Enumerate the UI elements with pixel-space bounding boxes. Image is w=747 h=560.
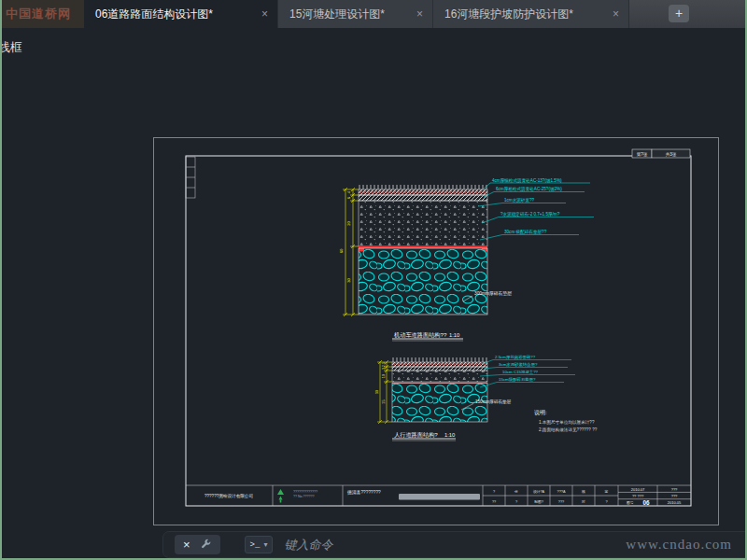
tab-label: 16河塘段护坡防护设计图* [444, 7, 573, 22]
svg-text:2.路面结构做法详见?????? ??: 2.路面结构做法详见?????? ?? [539, 427, 598, 433]
tab-label: 15河塘处理设计图* [289, 7, 385, 22]
svg-text:10cm C15混凝土??: 10cm C15混凝土?? [502, 370, 539, 374]
svg-text:?: ? [493, 490, 495, 494]
svg-text:???: ??? [671, 494, 678, 498]
tab-drawing-16[interactable]: 16河塘段护坡防护设计图* × [433, 0, 629, 28]
svg-text:?? ???: ?? ??? [632, 494, 644, 498]
svg-text:设计?A: 设计?A [533, 489, 545, 494]
svg-text:4cm厚细粒式沥青砼AC-13?(坡1.5%): 4cm厚细粒式沥青砼AC-13?(坡1.5%) [492, 177, 562, 184]
layer-labels-main: 4cm厚细粒式沥青砼AC-13?(坡1.5%) 6cm厚粗粒式沥青砼AC-25?… [492, 177, 562, 236]
cad-drawing-sheet: 第?张 共3张 [153, 137, 719, 525]
svg-text:??: ?? [492, 500, 496, 504]
project-name: 德清县???????? [346, 490, 381, 496]
prompt-glyph: >_ [250, 540, 261, 550]
tab-close-icon[interactable]: × [261, 7, 268, 21]
chevron-down-icon: ▾ [263, 540, 267, 549]
svg-text:?水泥稳定碎石-2 0.7+1.5厚/m?: ?水泥稳定碎石-2 0.7+1.5厚/m? [500, 211, 560, 217]
svg-text:15cm级配碎石垫层?: 15cm级配碎石垫层? [499, 377, 536, 382]
detail-sidewalk-title: 人行道路面结构? 1:10 [392, 431, 456, 441]
svg-text:10: 10 [382, 374, 386, 378]
detail-main-title: 机动车道路面结构?? 1:10 [392, 331, 463, 342]
logo-caption-2: ?? No.?????? [293, 495, 315, 498]
svg-text:机动车道路面结构??: 机动车道路面结构?? [394, 331, 447, 339]
svg-text:核: 核 [581, 489, 585, 494]
detail-sidewalk-section [392, 357, 487, 422]
command-bar-tools: × [175, 535, 220, 554]
svg-text:1cm水泥砂浆??: 1cm水泥砂浆?? [504, 197, 535, 203]
svg-text:6: 6 [346, 196, 351, 199]
svg-text:2.5cm厚花岗岩面砖??: 2.5cm厚花岗岩面砖?? [495, 355, 536, 360]
svg-text:人行道路面结构?: 人行道路面结构? [394, 431, 438, 439]
site-watermark-top: 中国道桥网 [2, 0, 84, 28]
svg-text:???: ??? [558, 500, 564, 504]
svg-text:?: ? [515, 500, 517, 504]
close-icon[interactable]: × [183, 539, 190, 551]
svg-text:2010.07: 2010.07 [631, 487, 645, 492]
svg-text:4: 4 [346, 190, 351, 193]
sheet-number-value: 06 [642, 499, 650, 506]
svg-text:300mm厚碎石垫层: 300mm厚碎石垫层 [474, 290, 512, 296]
svg-text:30cm 级配碎石垫层??: 30cm 级配碎石垫层?? [504, 230, 547, 235]
dimension-text-main: 4 6 20 30 60 [339, 190, 351, 283]
sheet-number-label: 图号 [627, 501, 634, 505]
svg-text:张: 张 [514, 489, 518, 494]
svg-text:60: 60 [339, 248, 344, 253]
svg-text:30: 30 [346, 278, 351, 283]
notes-block: 说明: 1.本图尺寸单位均以厘米计?? 2.路面结构做法详见?????? ?? [534, 410, 598, 433]
detail-main-section [359, 185, 487, 315]
title-block-cells-row1: ? 张 设计?A ???A 核 定 [493, 489, 609, 494]
svg-text:?: ? [605, 500, 607, 504]
command-input[interactable]: 键入命令 [284, 537, 332, 553]
tab-drawing-15[interactable]: 15河塘处理设计图* × [278, 0, 433, 28]
wrench-icon[interactable] [200, 539, 212, 551]
company-name: ??????测绘设计有限公司 [204, 493, 253, 498]
svg-text:1:10: 1:10 [444, 432, 455, 438]
revision-strip [186, 157, 195, 198]
drawing-canvas[interactable]: 线框 [2, 28, 745, 558]
cad-window: { "window": { "top_watermark": "中国道桥网", … [0, 0, 747, 560]
svg-text:2010.05: 2010.05 [668, 500, 682, 505]
svg-text:1:10: 1:10 [449, 332, 459, 338]
svg-text:制图?: 制图? [534, 499, 543, 504]
tab-label: 06道路路面结构设计图* [95, 7, 213, 22]
svg-text:6cm厚粗粒式沥青砼AC-25?(坡2%): 6cm厚粗粒式沥青砼AC-25?(坡2%) [496, 186, 562, 192]
svg-text:2.5: 2.5 [382, 362, 386, 367]
layer-labels-sidewalk: 2.5cm厚花岗岩面砖?? 3cm水泥砂浆结合层? 10cm C15混凝土?? … [495, 355, 539, 382]
svg-text:1.本图尺寸单位均以厘米计??: 1.本图尺寸单位均以厘米计?? [539, 420, 595, 426]
sheet-count-cells: 第?张 共3张 [632, 149, 690, 158]
svg-text:150mm厚碎石垫层: 150mm厚碎石垫层 [475, 399, 512, 405]
new-tab-button[interactable]: + [669, 5, 689, 22]
logo-caption-1: ????????????? [293, 490, 317, 494]
command-prompt-button[interactable]: >_ ▾ [245, 536, 274, 553]
svg-text:说明:: 说明: [534, 410, 547, 416]
svg-text:对: 对 [581, 499, 585, 504]
tab-bar: 中国道桥网 06道路路面结构设计图* × 15河塘处理设计图* × 16河塘段护… [2, 0, 745, 28]
svg-text:15: 15 [382, 399, 386, 403]
site-watermark-bottom: www.cndao.com [626, 537, 732, 553]
svg-text:???: ??? [671, 487, 678, 492]
tab-drawing-06[interactable]: 06道路路面结构设计图* × [84, 0, 278, 28]
svg-text:20: 20 [346, 221, 351, 226]
company-logo-icon [277, 489, 284, 503]
viewport-control-label[interactable]: 线框 [0, 39, 22, 56]
svg-text:3cm水泥砂浆结合层?: 3cm水泥砂浆结合层? [499, 362, 538, 367]
title-block-right: 2010.07 ??? ?? ??? ??? 图号 06 2010.05 [627, 487, 682, 506]
dimension-lines-main [343, 188, 359, 316]
svg-text:3: 3 [382, 368, 386, 370]
svg-text:???A: ???A [557, 490, 566, 494]
svg-text:定: 定 [605, 489, 609, 494]
redacted-bar [399, 494, 480, 500]
svg-text:30: 30 [375, 390, 379, 394]
tab-close-icon[interactable]: × [416, 7, 423, 21]
tab-close-icon[interactable]: × [613, 7, 619, 21]
title-block-cells-row2: ?? ? 制图? ??? 对 ? [492, 499, 608, 504]
